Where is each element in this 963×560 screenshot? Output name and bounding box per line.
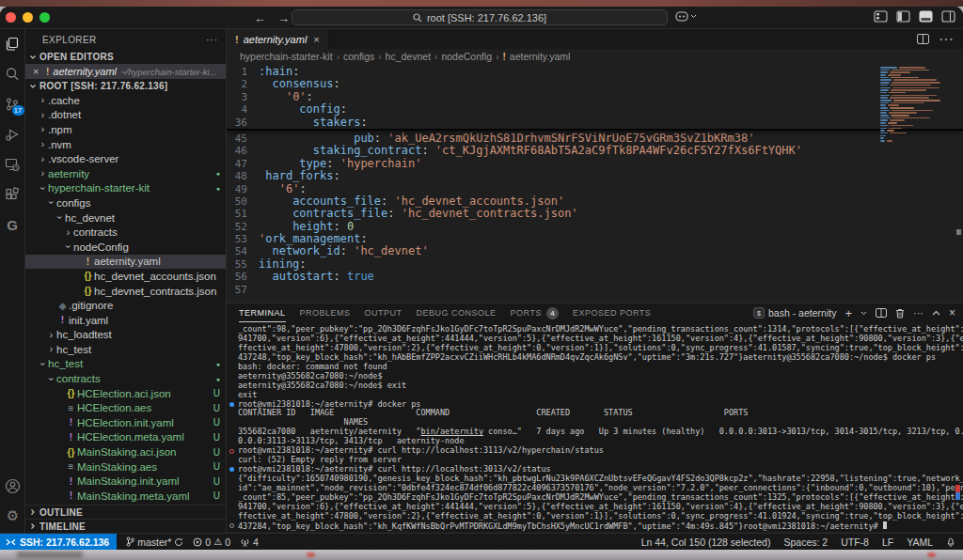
indentation-status[interactable]: Spaces: 2 — [783, 537, 828, 548]
chevron-down-icon[interactable] — [860, 311, 867, 316]
tree-item[interactable]: ›hc_test — [25, 342, 226, 357]
editor-more-actions-icon[interactable]: ··· — [939, 31, 954, 48]
tree-item[interactable]: ›aeternity● — [25, 166, 226, 181]
code-line[interactable]: 52 height: 0 — [227, 221, 963, 233]
copilot-menu[interactable] — [675, 10, 697, 23]
code-line[interactable]: 1:hain: — [227, 66, 963, 78]
code-line[interactable]: 57 — [227, 284, 963, 296]
tree-item[interactable]: ›.vscode-server — [25, 151, 226, 166]
tree-item[interactable]: ◆.gitignore — [25, 298, 226, 313]
breadcrumb[interactable]: hyperchain-starter-kit›configs›hc_devnet… — [227, 49, 963, 64]
code-line[interactable]: 49 '6': — [227, 183, 963, 195]
toggle-secondary-sidebar-icon[interactable] — [941, 10, 955, 23]
tree-item[interactable]: ›hc_loadtest — [25, 328, 226, 343]
terminal-instance-label[interactable]: $ bash - aeternity — [753, 307, 836, 319]
code-line[interactable]: 54 network_id: 'hc_devnet' — [227, 245, 963, 257]
tree-item[interactable]: ›.cache — [25, 93, 226, 108]
close-panel-icon[interactable]: × — [949, 308, 955, 319]
remote-indicator[interactable]: SSH: 217.76.62.136 — [0, 534, 117, 550]
panel-tab-exposed-ports[interactable]: EXPOSED PORTS — [573, 303, 651, 322]
eol-status[interactable]: LF — [882, 537, 893, 548]
chevron-right-icon[interactable]: › — [38, 124, 48, 134]
code-editor[interactable]: 1:hain:2 consensus:3 '0':4 config:36 sta… — [227, 64, 963, 303]
toggle-panel-icon[interactable] — [919, 10, 933, 23]
code-line[interactable]: 51 contracts_file: 'hc_devnet_contracts.… — [227, 208, 963, 220]
code-line[interactable]: 4 config: — [227, 103, 963, 116]
accounts-icon[interactable] — [0, 471, 25, 501]
minimap[interactable] — [880, 67, 952, 161]
code-line[interactable]: 56 autostart: true — [227, 271, 963, 283]
breadcrumb-item[interactable]: hyperchain-starter-kit — [240, 51, 333, 62]
command-decoration[interactable] — [229, 449, 234, 454]
tree-item[interactable]: ≡HCElection.aesU — [25, 400, 226, 415]
chevron-down-icon[interactable]: › — [55, 212, 65, 223]
code-line[interactable]: 55iining: — [227, 258, 963, 271]
code-line[interactable]: 50 accounts_file: 'hc_devnet_accounts.js… — [227, 195, 963, 208]
toggle-primary-sidebar-icon[interactable] — [896, 10, 910, 23]
chevron-right-icon[interactable]: › — [46, 344, 56, 354]
outline-section[interactable]: OUTLINE — [25, 505, 226, 519]
panel-tab-problems[interactable]: PROBLEMS — [300, 303, 351, 322]
close-tab-icon[interactable]: × — [313, 34, 319, 45]
panel-tab-debug-console[interactable]: DEBUG CONSOLE — [417, 303, 497, 322]
panel-more-actions-icon[interactable]: ··· — [913, 308, 924, 319]
run-debug-icon[interactable] — [0, 119, 25, 149]
command-decoration[interactable] — [229, 467, 234, 472]
breadcrumb-file[interactable]: !aeternity.yaml — [502, 51, 570, 62]
tree-item[interactable]: !HCElection.init.yamlU — [25, 415, 226, 430]
g-extension-icon[interactable]: G — [0, 210, 25, 240]
chevron-down-icon[interactable]: › — [46, 197, 56, 208]
tree-item[interactable]: ›hc_devnet — [25, 210, 226, 226]
chevron-right-icon[interactable]: › — [38, 154, 48, 164]
chevron-right-icon[interactable]: › — [38, 110, 48, 120]
panel-tab-ports[interactable]: PORTS4 — [511, 303, 559, 322]
language-status[interactable]: YAML — [907, 537, 933, 548]
breadcrumb-item[interactable]: nodeConfig — [441, 51, 492, 62]
search-icon[interactable] — [0, 59, 25, 89]
minimize-window-button[interactable] — [23, 12, 33, 23]
code-line[interactable]: 2 consensus: — [227, 78, 963, 90]
chevron-right-icon[interactable]: › — [38, 95, 48, 105]
tree-item[interactable]: ›contracts● — [25, 371, 226, 386]
tree-item[interactable]: {}HCElection.aci.jsonU — [25, 386, 226, 401]
code-line[interactable]: 46 staking_contract: 'ct_KJgjAXMtRF68AbT… — [227, 145, 963, 157]
remote-explorer-icon[interactable] — [0, 149, 25, 179]
tree-item[interactable]: ≡MainStaking.aesU — [25, 459, 226, 474]
code-line[interactable]: 36 stakers: — [227, 117, 963, 129]
maximize-panel-icon[interactable] — [932, 310, 940, 316]
breadcrumb-item[interactable]: hc_devnet — [386, 51, 431, 62]
panel-tab-output[interactable]: OUTPUT — [365, 303, 403, 322]
ports-status[interactable]: 4 — [240, 537, 259, 548]
kill-terminal-trash-icon[interactable] — [895, 308, 905, 319]
terminal-link[interactable]: bin/aeternity — [420, 427, 483, 436]
settings-gear-icon[interactable]: ⚙ — [0, 501, 25, 531]
tree-item[interactable]: ›hyperchain-starter-kit● — [25, 181, 226, 196]
tree-item[interactable]: {}hc_devnet_contracts.json — [25, 284, 226, 299]
command-center[interactable]: root [SSH: 217.76.62.136] — [292, 9, 668, 25]
tree-item[interactable]: ›hc_test● — [25, 357, 226, 372]
root-folder-header[interactable]: ROOT [SSH: 217.76.62.136] — [25, 79, 226, 93]
tree-item[interactable]: ›contracts — [25, 225, 226, 240]
nav-forward-button[interactable]: → — [277, 11, 290, 25]
tree-item[interactable]: ›nodeConfig — [25, 240, 226, 255]
chevron-right-icon[interactable]: › — [63, 227, 73, 238]
chevron-right-icon[interactable]: › — [38, 139, 48, 149]
new-terminal-icon[interactable]: + — [845, 308, 852, 319]
nav-back-button[interactable]: ← — [254, 11, 266, 25]
command-decoration[interactable] — [229, 523, 234, 528]
tree-item[interactable]: !HCElection.meta.yamlU — [25, 430, 226, 445]
code-line[interactable]: 48 hard_forks: — [227, 170, 963, 182]
cursor-position-status[interactable]: Ln 44, Col 150 (128 selected) — [641, 537, 771, 548]
chevron-down-icon[interactable]: › — [46, 374, 56, 384]
tree-item[interactable]: !MainStaking.init.yamlU — [25, 474, 226, 489]
command-decoration[interactable] — [229, 402, 234, 407]
source-control-icon[interactable]: 17 — [0, 89, 25, 119]
code-line[interactable]: 45 pub: 'ak_UeA2rsmQkUzhS81DrhvmSNrFSViN… — [227, 132, 963, 145]
code-line[interactable]: 47 type: 'hyperchain' — [227, 158, 963, 170]
notifications-bell[interactable] — [946, 537, 955, 547]
chevron-down-icon[interactable]: › — [38, 359, 48, 369]
code-line[interactable]: 53'ork_management: — [227, 233, 963, 245]
chevron-down-icon[interactable]: › — [63, 241, 73, 252]
code-line[interactable]: 3 '0': — [227, 91, 963, 103]
tree-item[interactable]: {}hc_devnet_accounts.json — [25, 269, 226, 284]
